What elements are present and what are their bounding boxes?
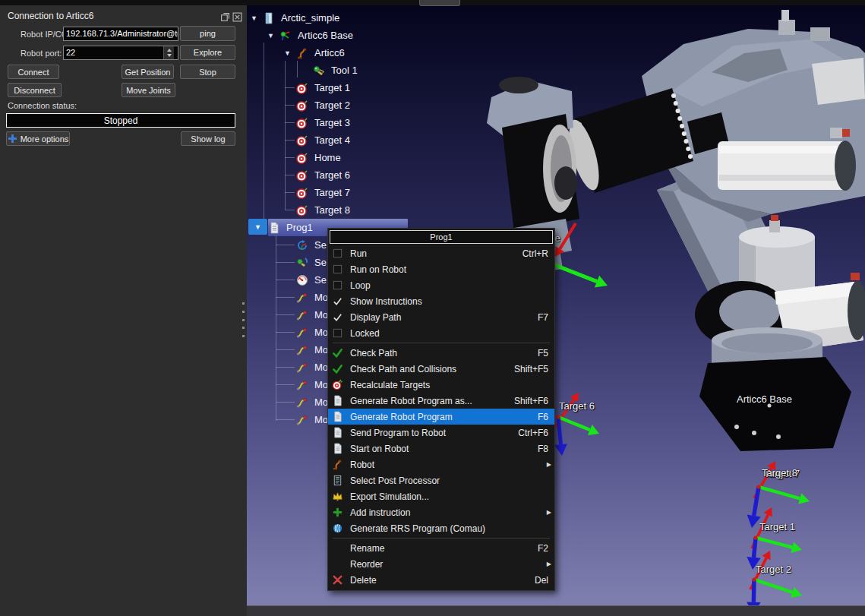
port-input[interactable]: 22 <box>63 46 178 60</box>
menu-item-locked[interactable]: Locked <box>328 325 554 341</box>
menu-item-display-path[interactable]: Display PathF7 <box>328 309 554 325</box>
target-icon <box>296 204 311 216</box>
menu-item-generate-robot-program[interactable]: Generate Robot ProgramF6 <box>328 409 554 425</box>
menu-item-label: Select Post Processor <box>349 475 548 486</box>
tree-item-articc6-base[interactable]: ▼Articc6 Base <box>267 27 353 44</box>
target-icon <box>296 169 311 182</box>
tree-item-label: Target 1 <box>314 82 350 93</box>
menu-item-check-path[interactable]: Check PathF5 <box>328 345 554 361</box>
menu-item-select-post-processor[interactable]: Select Post Processor <box>328 472 554 488</box>
rrs-icon <box>332 523 349 535</box>
tree-item-label: Home <box>314 152 341 163</box>
tree-item-label: Target 8 <box>314 204 350 216</box>
ping-button[interactable]: ping <box>180 26 235 41</box>
tree-item-arctic-simple[interactable]: ▼Arctic_simple <box>251 9 339 27</box>
tree-item-label: Target 6 <box>314 169 350 181</box>
tree-item-tool-1[interactable]: Tool 1 <box>301 62 358 79</box>
tree-item-label: Se <box>314 274 327 286</box>
get-position-button[interactable]: Get Position <box>122 65 174 79</box>
menu-item-rename[interactable]: RenameF2 <box>328 540 554 556</box>
menu-item-start-on-robot[interactable]: Start on RobotF8 <box>328 441 554 456</box>
tree-item-label: Mo <box>314 362 328 373</box>
menu-item-label: Recalculate Targets <box>349 380 548 390</box>
menu-item-reorder[interactable]: Reorder▶ <box>328 556 554 572</box>
menu-item-robot[interactable]: Robot▶ <box>328 456 554 472</box>
toolbar-collapse-tab[interactable] <box>419 0 460 6</box>
menu-item-loop[interactable]: Loop <box>328 277 554 293</box>
menu-item-label: Export Simulation... <box>349 491 548 502</box>
check-icon <box>332 311 349 324</box>
tree-item-label: Articc6 <box>314 47 345 58</box>
settool-icon <box>296 257 311 269</box>
port-spinner[interactable] <box>163 46 174 59</box>
menu-item-generate-robot-program-as[interactable]: Generate Robot Program as...Shift+F6 <box>328 393 554 409</box>
tree-item-label: Se <box>314 239 327 251</box>
menu-item-label: Locked <box>349 328 548 339</box>
menu-item-label: Delete <box>349 575 521 586</box>
menu-separator <box>333 343 550 343</box>
menu-item-label: Check Path and Collisions <box>349 364 500 374</box>
doc-icon <box>332 395 349 407</box>
tree-item-label: Tool 1 <box>331 65 358 76</box>
export-icon <box>332 491 349 503</box>
greencheck-icon <box>332 363 349 375</box>
postproc-icon <box>332 475 349 487</box>
checkbox-icon <box>332 280 349 292</box>
menu-item-send-program-to-robot[interactable]: Send Program to RobotCtrl+F6 <box>328 425 554 441</box>
expand-arrow[interactable]: ▼ <box>251 14 263 22</box>
submenu-arrow-icon: ▶ <box>547 461 551 468</box>
more-options-button[interactable]: More options <box>6 131 70 146</box>
menu-item-add-instruction[interactable]: Add instruction▶ <box>328 504 554 520</box>
menu-separator <box>333 538 550 539</box>
menu-item-label: Generate Robot Program <box>349 412 524 422</box>
target1-label[interactable]: Target 1 <box>759 521 795 532</box>
move-joints-button[interactable]: Move Joints <box>122 83 175 97</box>
close-icon[interactable] <box>232 11 242 21</box>
robodk-window: { "panel": { "title": "Connection to Art… <box>0 0 865 616</box>
greencheck-icon <box>332 347 349 359</box>
menu-item-run-on-robot[interactable]: Run on Robot <box>328 261 554 277</box>
menu-item-generate-rrs-program-comau[interactable]: Generate RRS Program (Comau) <box>328 520 554 536</box>
expand-arrow[interactable]: ▼ <box>248 219 267 235</box>
recalc-icon <box>332 379 349 391</box>
expand-arrow[interactable]: ▼ <box>284 49 296 57</box>
move-icon <box>296 344 311 356</box>
target8-label[interactable]: Target 8 <box>762 467 797 479</box>
tree-item-label: Target 4 <box>314 134 350 146</box>
disconnect-button[interactable]: Disconnect <box>8 83 62 97</box>
tree-item-label: Mo <box>314 414 328 425</box>
menu-item-export-simulation[interactable]: Export Simulation... <box>328 488 554 504</box>
doc-icon <box>332 427 349 439</box>
tree-item-label: Target 7 <box>314 187 350 198</box>
menu-item-label: Robot <box>349 460 548 470</box>
show-log-button[interactable]: Show log <box>181 131 235 146</box>
menu-item-show-instructions[interactable]: Show Instructions <box>328 293 554 309</box>
menu-item-label: Start on Robot <box>349 444 524 454</box>
stop-button[interactable]: Stop <box>180 65 235 79</box>
target2-label[interactable]: Target 2 <box>756 564 791 575</box>
connect-button[interactable]: Connect <box>8 65 59 79</box>
panel-title: Connection to Articc6 <box>8 11 93 21</box>
menu-item-recalculate-targets[interactable]: Recalculate Targets <box>328 377 554 393</box>
expand-arrow[interactable]: ▼ <box>267 32 279 39</box>
dock-splitter-handle[interactable] <box>241 302 246 337</box>
menu-shortcut: F7 <box>538 312 548 323</box>
tree-item-articc6[interactable]: ▼Articc6 <box>284 44 345 62</box>
ip-input[interactable]: 192.168.71.3/Administrator@tobi <box>63 27 178 41</box>
menu-item-check-path-and-collisions[interactable]: Check Path and CollisionsShift+F5 <box>328 361 554 377</box>
explore-button[interactable]: Explore <box>180 45 235 60</box>
menu-item-delete[interactable]: DeleteDel <box>328 572 554 588</box>
target6-label[interactable]: Target 6 <box>559 400 595 412</box>
context-menu: Prog1 RunCtrl+RRun on RobotLoopShow Inst… <box>327 228 555 591</box>
target-icon <box>296 134 311 147</box>
move-icon <box>296 292 311 304</box>
float-icon[interactable] <box>220 11 230 21</box>
menu-item-label: Reorder <box>349 559 548 570</box>
menu-item-label: Send Program to Robot <box>349 428 504 438</box>
no-icon <box>332 542 349 554</box>
base-label[interactable]: Articc6 Base <box>737 393 792 405</box>
menu-item-run[interactable]: RunCtrl+R <box>328 245 554 261</box>
menu-shortcut: F6 <box>538 412 548 422</box>
menu-item-label: Run <box>349 248 509 259</box>
menu-item-label: Loop <box>349 280 548 291</box>
